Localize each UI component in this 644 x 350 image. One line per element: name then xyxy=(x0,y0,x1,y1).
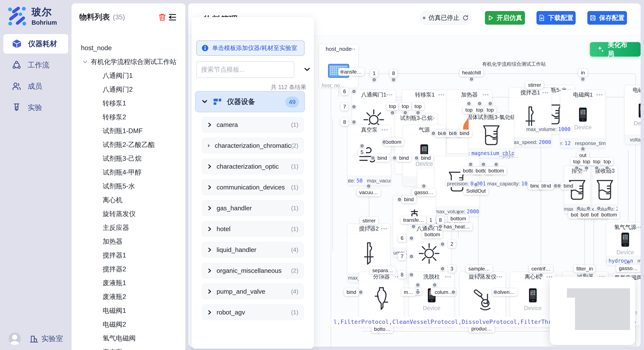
port-dot-icon[interactable]: › xyxy=(358,290,363,295)
port-label[interactable]: transfe… xyxy=(400,216,426,224)
port-dot-icon[interactable]: › xyxy=(469,77,474,81)
port-dot-icon[interactable]: › xyxy=(440,266,445,271)
port-dot-icon[interactable]: › xyxy=(538,273,543,278)
port-label[interactable]: bottom xyxy=(448,215,468,222)
port-dot-icon[interactable]: › xyxy=(380,275,385,279)
port-label[interactable]: stirrer xyxy=(360,217,378,224)
port-label[interactable]: bind xyxy=(418,154,433,162)
tree-item[interactable]: 废液瓶1 xyxy=(79,276,178,290)
port-dot-icon[interactable]: › xyxy=(352,104,356,109)
port-label[interactable]: 8 xyxy=(436,216,444,224)
node-menu-icon[interactable]: ••• xyxy=(542,90,549,96)
brand-logo[interactable]: 玻尔 Bohrium xyxy=(7,5,57,26)
port-dot-icon[interactable]: › xyxy=(431,131,436,136)
port-dot-icon[interactable]: › xyxy=(453,131,458,136)
node-menu-icon[interactable]: ••• xyxy=(635,275,640,281)
minimap-panel[interactable] xyxy=(550,277,635,345)
port-dot-icon[interactable]: › xyxy=(416,110,420,115)
port-label[interactable]: bind xyxy=(396,154,411,162)
port-dot-icon[interactable]: › xyxy=(477,273,482,278)
tree-item[interactable]: 试剂瓶3-己烷 xyxy=(79,152,178,166)
tree-item[interactable]: 有机化学流程综合测试工作站 xyxy=(79,55,178,69)
start-simulation-button[interactable]: 开启仿真 xyxy=(485,11,525,25)
port-dot-icon[interactable]: › xyxy=(576,206,581,211)
node-menu-icon[interactable]: ••• xyxy=(635,224,640,230)
sidebar-item-0[interactable]: 仪器耗材 xyxy=(4,34,68,54)
node-menu-icon[interactable]: ••• xyxy=(596,92,603,98)
tree-item[interactable]: 电磁阀2 xyxy=(79,318,178,331)
port-label[interactable]: 6 xyxy=(340,88,348,95)
category-row-gas_handler[interactable]: gas_handler(1) xyxy=(202,200,304,216)
port-label[interactable]: 3 xyxy=(448,265,456,273)
tree-item[interactable]: 转移泵1 xyxy=(79,96,178,110)
port-dot-icon[interactable]: › xyxy=(456,210,461,214)
port-label[interactable]: bottom xyxy=(599,211,619,219)
port-dot-icon[interactable]: › xyxy=(626,260,630,264)
port-dot-icon[interactable]: › xyxy=(422,184,426,188)
tree-item[interactable]: 废液瓶2 xyxy=(79,290,178,304)
port-dot-icon[interactable]: › xyxy=(574,166,579,170)
port-label[interactable]: gasso… xyxy=(616,265,640,272)
port-dot-icon[interactable]: › xyxy=(352,89,356,94)
port-dot-icon[interactable]: › xyxy=(607,206,612,211)
port-label[interactable]: in xyxy=(578,69,588,77)
node-电磁阀2[interactable]: 电磁阀2•••Devicevoltage: 12 xyxy=(624,85,640,145)
port-dot-icon[interactable]: › xyxy=(414,156,419,160)
sidebar-item-lab[interactable]: 实验室 xyxy=(30,334,63,344)
port-dot-icon[interactable]: › xyxy=(352,120,356,124)
tree-item[interactable]: 氢气电磁阀 xyxy=(79,331,178,345)
port-label[interactable]: vacuu… xyxy=(357,189,380,196)
node-menu-icon[interactable]: ••• xyxy=(381,226,388,232)
port-dot-icon[interactable]: › xyxy=(542,183,547,188)
port-label[interactable]: has_heat… xyxy=(441,223,472,230)
port-label[interactable]: top xyxy=(412,103,424,110)
tree-item[interactable]: 主反应器 xyxy=(79,221,178,234)
port-label[interactable]: top xyxy=(484,106,496,114)
port-label[interactable]: bind xyxy=(375,154,390,162)
port-dot-icon[interactable]: › xyxy=(580,77,585,81)
port-dot-icon[interactable]: › xyxy=(451,290,456,295)
search-input[interactable] xyxy=(201,66,284,73)
port-label[interactable]: gasso… xyxy=(412,189,436,196)
node-menu-icon[interactable]: ••• xyxy=(382,127,388,133)
tree-item[interactable]: 搅拌器2 xyxy=(79,262,178,276)
simulation-status-badge[interactable]: 仿真已停止 xyxy=(420,11,471,25)
port-label[interactable]: bottom xyxy=(422,231,442,238)
port-label[interactable]: filter_in xyxy=(574,265,595,273)
port-label[interactable]: top xyxy=(463,106,475,114)
port-dot-icon[interactable]: › xyxy=(390,110,395,115)
tree-item[interactable]: 八通阀门2 xyxy=(79,82,178,96)
node-电磁阀1[interactable]: 电磁阀1•••Devicevoltage: 12response_time: 0… xyxy=(560,90,606,148)
port-dot-icon[interactable]: › xyxy=(440,242,445,246)
port-dot-icon[interactable]: › xyxy=(442,131,447,136)
chevron-down-icon[interactable] xyxy=(81,59,90,64)
port-label[interactable]: 1 xyxy=(427,216,435,224)
port-dot-icon[interactable]: › xyxy=(488,101,492,106)
node-接收瓶3[interactable]: 接收瓶3•••max_volume: 250 xyxy=(592,166,618,214)
port-label[interactable]: bind xyxy=(402,196,416,203)
port-dot-icon[interactable]: › xyxy=(468,162,473,167)
node-氢气气源[interactable]: 氢气气源•••Device_type: hydrogenmax_pre xyxy=(606,222,640,266)
node-固体试剂瓶3-氯化镁[interactable]: 固体试剂瓶3-氯化镁•••agent: magnesium_chloride xyxy=(468,112,514,158)
sidebar-item-1[interactable]: 工作流 xyxy=(4,55,68,75)
port-dot-icon[interactable]: › xyxy=(409,272,414,277)
collapse-tree-button[interactable] xyxy=(168,12,178,22)
port-dot-icon[interactable]: › xyxy=(360,144,364,148)
tree-item[interactable]: 离心机 xyxy=(79,193,178,207)
port-label[interactable]: centrif… xyxy=(529,265,553,273)
tree-item[interactable]: 电磁阀1 xyxy=(79,304,178,318)
category-row-communication_devices[interactable]: communication_devices(1) xyxy=(202,179,304,195)
port-dot-icon[interactable]: › xyxy=(594,166,599,170)
port-label[interactable]: sample… xyxy=(466,265,492,273)
category-row-organic_miscellaneous[interactable]: organic_miscellaneous(2) xyxy=(202,263,304,278)
category-row-hotel[interactable]: hotel(1) xyxy=(202,221,304,237)
port-label[interactable]: 8 xyxy=(390,70,398,77)
category-row-robot_agv[interactable]: robot_agv(1) xyxy=(202,305,304,320)
port-label[interactable]: m… xyxy=(401,288,416,296)
port-label[interactable]: 2 xyxy=(448,240,456,248)
port-dot-icon[interactable]: › xyxy=(416,290,420,295)
port-dot-icon[interactable]: › xyxy=(532,89,537,94)
port-dot-icon[interactable]: › xyxy=(366,184,371,188)
port-dot-icon[interactable]: › xyxy=(409,236,414,240)
port-label[interactable]: top xyxy=(601,158,613,166)
